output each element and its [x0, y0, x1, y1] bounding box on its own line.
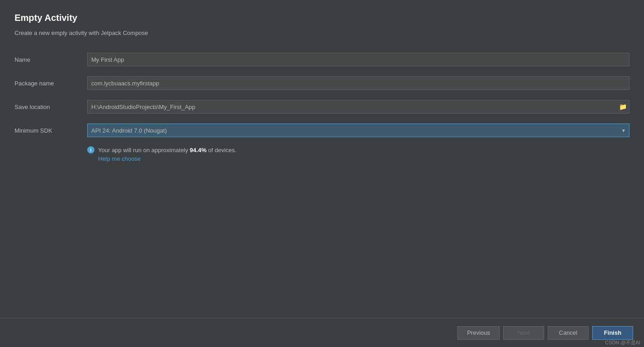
minimum-sdk-row: Minimum SDK API 21: Android 5.0 (Lollipo… — [15, 124, 629, 137]
info-icon: i — [87, 146, 94, 154]
save-location-input-wrapper: 📁 — [87, 100, 629, 114]
dialog-title: Empty Activity — [15, 13, 629, 23]
dialog-subtitle: Create a new empty activity with Jetpack… — [15, 30, 629, 36]
dialog-container: Empty Activity Create a new empty activi… — [0, 0, 644, 347]
info-text-before: Your app will run on approximately — [98, 147, 190, 154]
package-input[interactable] — [87, 76, 629, 90]
minimum-sdk-label: Minimum SDK — [15, 127, 87, 134]
name-row: Name — [15, 53, 629, 66]
cancel-button[interactable]: Cancel — [548, 326, 589, 340]
info-text: Your app will run on approximately 94.4%… — [98, 147, 237, 154]
package-row: Package name — [15, 76, 629, 90]
info-row: i Your app will run on approximately 94.… — [87, 146, 629, 154]
save-location-label: Save location — [15, 104, 87, 110]
finish-button[interactable]: Finish — [592, 326, 633, 340]
form-area: Name Package name Save location 📁 Minimu… — [15, 53, 629, 347]
save-location-input[interactable] — [87, 100, 629, 114]
name-input[interactable] — [87, 53, 629, 66]
info-text-after: of devices. — [207, 147, 237, 154]
info-section: i Your app will run on approximately 94.… — [87, 146, 629, 162]
info-percentage: 94.4% — [190, 147, 207, 154]
dialog-footer: Previous Next Cancel Finish — [0, 318, 644, 347]
previous-button[interactable]: Previous — [457, 326, 500, 340]
name-label: Name — [15, 56, 87, 63]
minimum-sdk-select-wrapper: API 21: Android 5.0 (Lollipop) API 22: A… — [87, 124, 629, 137]
minimum-sdk-select[interactable]: API 21: Android 5.0 (Lollipop) API 22: A… — [87, 124, 629, 137]
next-button[interactable]: Next — [503, 326, 544, 340]
folder-browse-icon[interactable]: 📁 — [619, 103, 627, 110]
package-label: Package name — [15, 80, 87, 87]
watermark: CSDN @不是AI — [605, 339, 640, 346]
save-location-row: Save location 📁 — [15, 100, 629, 114]
help-me-choose-link[interactable]: Help me choose — [98, 155, 629, 162]
